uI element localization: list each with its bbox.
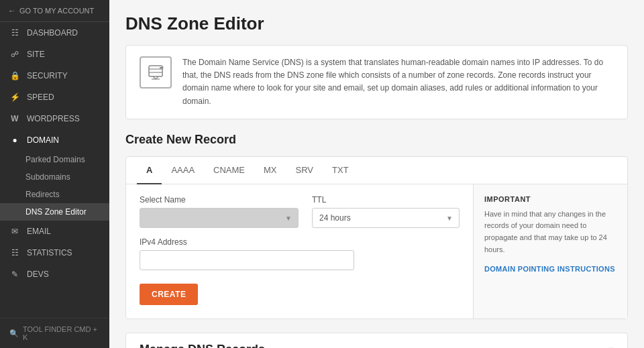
sidebar-item-dashboard[interactable]: ☷ DASHBOARD <box>0 22 109 44</box>
ttl-group: TTL 24 hours 30 minutes 1 hour 2 hours 4… <box>312 195 460 228</box>
ipv4-input[interactable] <box>140 250 354 270</box>
tab-srv[interactable]: SRV <box>286 157 323 184</box>
ttl-wrapper: 24 hours 30 minutes 1 hour 2 hours 4 hou… <box>312 208 460 228</box>
sidebar-item-label: SECURITY <box>27 71 68 80</box>
tab-a[interactable]: A <box>137 157 162 184</box>
sidebar-item-domain[interactable]: ● DOMAIN <box>0 129 109 151</box>
wp-icon: W <box>9 113 20 124</box>
tab-txt[interactable]: TXT <box>323 157 358 184</box>
select-name-label: Select Name <box>140 195 299 205</box>
sidebar-item-security[interactable]: 🔒 SECURITY <box>0 65 109 86</box>
sidebar-item-label: SITE <box>27 50 45 59</box>
name-ttl-row: Select Name ▼ TTL 24 hours <box>140 195 460 228</box>
sidebar-item-parked-domains[interactable]: Parked Domains <box>0 151 109 168</box>
zap-icon: ⚡ <box>9 92 20 103</box>
ipv4-label: IPv4 Address <box>140 237 354 247</box>
select-name-input[interactable] <box>140 208 299 228</box>
domain-sub-nav: Parked Domains Subdomains Redirects DNS … <box>0 151 109 221</box>
sidebar-item-label: DEVS <box>27 270 49 279</box>
sidebar-item-label: EMAIL <box>27 227 51 236</box>
sidebar-item-site[interactable]: ☍ SITE <box>0 44 109 65</box>
create-record-box: A AAAA CNAME MX SRV TXT Select Name ▼ <box>125 156 628 319</box>
main-content: DNS Zone Editor The Domain Name Service … <box>109 0 644 348</box>
domain-pointing-link[interactable]: DOMAIN POINTING INSTRUCTIONS <box>484 265 615 273</box>
manage-dns-header: Manage DNS Records ▿ <box>126 333 627 348</box>
sidebar-item-dns-zone-editor[interactable]: DNS Zone Editor <box>0 203 109 221</box>
manage-dns-section: Manage DNS Records ▿ Type Name Value Act… <box>125 333 628 348</box>
important-box: IMPORTANT Have in mind that any changes … <box>473 184 627 318</box>
sidebar-item-statistics[interactable]: ☷ STATISTICS <box>0 242 109 264</box>
sidebar-item-label: WORDPRESS <box>27 114 80 123</box>
ttl-select[interactable]: 24 hours 30 minutes 1 hour 2 hours 4 hou… <box>312 208 460 228</box>
info-text: The Domain Name Service (DNS) is a syste… <box>182 56 614 108</box>
sidebar-item-subdomains[interactable]: Subdomains <box>0 168 109 186</box>
sidebar: ← GO TO MY ACCOUNT ☷ DASHBOARD ☍ SITE 🔒 … <box>0 0 109 348</box>
sidebar-item-email[interactable]: ✉ EMAIL <box>0 221 109 242</box>
bar-chart-icon: ☷ <box>9 247 20 258</box>
ttl-label: TTL <box>312 195 460 205</box>
lock-icon: 🔒 <box>9 70 20 81</box>
dns-icon <box>140 56 172 89</box>
form-wrapper: Select Name ▼ TTL 24 hours <box>126 184 627 318</box>
tab-aaaa[interactable]: AAAA <box>162 157 204 184</box>
globe-icon: ● <box>9 135 20 146</box>
sidebar-item-label: STATISTICS <box>27 248 72 257</box>
page-title: DNS Zone Editor <box>125 13 628 34</box>
select-name-wrapper: ▼ <box>140 208 299 228</box>
back-label: GO TO MY ACCOUNT <box>19 7 94 15</box>
record-type-tabs: A AAAA CNAME MX SRV TXT <box>126 157 627 184</box>
tab-mx[interactable]: MX <box>254 157 286 184</box>
back-to-account-link[interactable]: ← GO TO MY ACCOUNT <box>8 7 101 15</box>
sidebar-item-devs[interactable]: ✎ DEVS <box>0 264 109 285</box>
info-box: The Domain Name Service (DNS) is a syste… <box>125 45 628 119</box>
select-name-group: Select Name ▼ <box>140 195 299 228</box>
create-button[interactable]: CREATE <box>140 284 198 305</box>
search-icon: 🔍 <box>9 329 19 338</box>
layout-icon: ☍ <box>9 49 20 60</box>
sidebar-item-label: DOMAIN <box>27 135 59 145</box>
sidebar-item-speed[interactable]: ⚡ SPEED <box>0 86 109 108</box>
record-form: Select Name ▼ TTL 24 hours <box>126 184 473 318</box>
sidebar-item-redirects[interactable]: Redirects <box>0 186 109 203</box>
mail-icon: ✉ <box>9 226 20 237</box>
back-icon: ← <box>8 7 15 15</box>
important-title: IMPORTANT <box>484 195 616 203</box>
filter-icon[interactable]: ▿ <box>608 343 614 348</box>
ipv4-group: IPv4 Address <box>140 237 354 270</box>
sidebar-item-label: SPEED <box>27 93 54 102</box>
tab-cname[interactable]: CNAME <box>204 157 254 184</box>
tool-finder-label: TOOL FINDER CMD + K <box>23 325 100 341</box>
sidebar-top: ← GO TO MY ACCOUNT <box>0 0 109 22</box>
create-record-title: Create New Record <box>125 133 628 147</box>
ipv4-row: IPv4 Address <box>140 237 460 270</box>
grid-icon: ☷ <box>9 27 20 38</box>
important-text: Have in mind that any changes in the rec… <box>484 209 616 255</box>
code-icon: ✎ <box>9 269 20 280</box>
sidebar-item-label: DASHBOARD <box>27 28 78 38</box>
sidebar-item-wordpress[interactable]: W WORDPRESS <box>0 108 109 129</box>
manage-dns-title: Manage DNS Records <box>140 343 265 348</box>
tool-finder[interactable]: 🔍 TOOL FINDER CMD + K <box>0 318 109 348</box>
